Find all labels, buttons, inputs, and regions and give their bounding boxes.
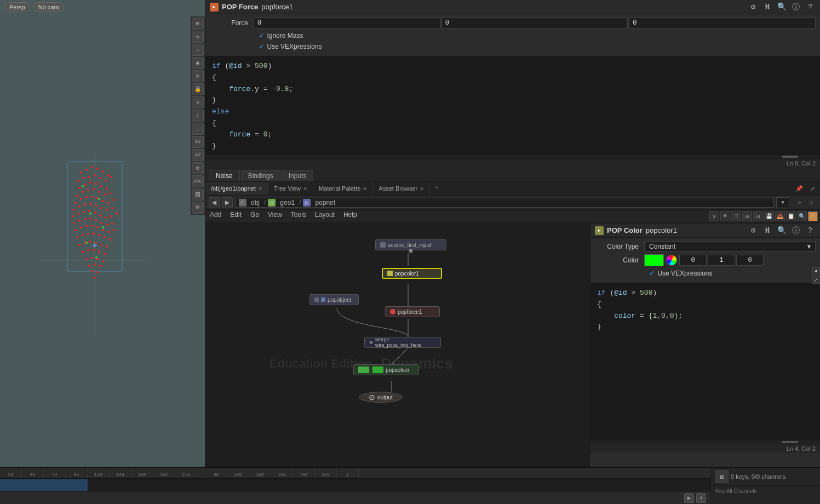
- net-tool3[interactable]: □: [731, 211, 741, 221]
- tool-num42[interactable]: 42: [192, 149, 204, 161]
- persp-dropdown[interactable]: Persp: [4, 2, 30, 12]
- question-icon[interactable]: ?: [805, 2, 816, 13]
- color-r-input[interactable]: [679, 255, 707, 266]
- tool-abc[interactable]: abc: [192, 175, 204, 187]
- menu-layout[interactable]: Layout: [311, 210, 339, 222]
- network-wrapper: /obj/geo1/popnet ✕ Tree View ✕ Material …: [205, 182, 820, 504]
- pop-color-settings-icon[interactable]: ⚙: [748, 225, 759, 236]
- color-use-vex-check[interactable]: ✓: [650, 268, 654, 278]
- btab-asset-close[interactable]: ✕: [420, 186, 424, 192]
- node-wire-pops[interactable]: ⊕ Mergewire_pops_into_here: [364, 337, 441, 348]
- btab-popnet-close[interactable]: ✕: [258, 186, 262, 192]
- net-tool2[interactable]: ≡: [720, 211, 730, 221]
- tool-img[interactable]: 🖼: [192, 188, 204, 201]
- tool-eye[interactable]: 👁: [192, 202, 204, 214]
- tool-grid[interactable]: ⊞: [192, 18, 204, 30]
- node-popobject[interactable]: popobject: [309, 294, 359, 305]
- net-tool5[interactable]: ⊟: [753, 211, 763, 221]
- tool-arrow[interactable]: ↑: [192, 110, 204, 122]
- tool-dots[interactable]: …: [192, 123, 204, 135]
- tab-noise[interactable]: Noise: [209, 170, 240, 181]
- help-h-icon[interactable]: H: [762, 2, 773, 13]
- net-tool10[interactable]: ⟳: [808, 211, 818, 221]
- menu-edit[interactable]: Edit: [226, 210, 246, 222]
- timeline-ctrl-1[interactable]: ▶: [684, 493, 694, 503]
- cam-dropdown[interactable]: No cam: [33, 2, 64, 12]
- net-tool4[interactable]: ⊞: [742, 211, 752, 221]
- add-tab-btn[interactable]: +: [430, 182, 443, 195]
- info-icon[interactable]: ⓘ: [790, 2, 801, 13]
- vex-scroll-up[interactable]: ▲: [812, 267, 820, 275]
- btab-materialpalette[interactable]: Material Palette ✕: [313, 182, 373, 195]
- pop-color-vex-editor[interactable]: if (@id > 500) { color = {1,0,0}; }: [590, 283, 820, 440]
- node-popforce1[interactable]: popforce1: [385, 306, 440, 317]
- tool-x[interactable]: ✕: [192, 96, 204, 108]
- search-icon[interactable]: 🔍: [776, 2, 787, 13]
- timeline-track[interactable]: [0, 479, 710, 491]
- node-popcolor1[interactable]: popcolor1: [382, 268, 442, 279]
- pop-color-search-icon[interactable]: 🔍: [776, 225, 787, 236]
- tool-orbit[interactable]: ↻: [192, 31, 204, 43]
- path-dropdown[interactable]: ▾: [776, 197, 789, 208]
- node-output[interactable]: ⊙ output: [359, 392, 403, 403]
- nav-back-btn[interactable]: ◀: [209, 197, 220, 208]
- tool-lock[interactable]: 🔒: [192, 83, 204, 95]
- btab-popnet[interactable]: /obj/geo1/popnet ✕: [205, 182, 268, 195]
- vex-editor[interactable]: if (@id > 500) { force.y = -9.8; } else …: [205, 56, 820, 155]
- menu-go[interactable]: Go: [246, 210, 263, 222]
- tool-view1[interactable]: ○: [192, 44, 204, 56]
- timeline-ctrl-2[interactable]: ⬆: [696, 493, 706, 503]
- net-tool1[interactable]: ✕: [709, 211, 719, 221]
- force-z-input[interactable]: [629, 18, 816, 28]
- net-tool6[interactable]: 💾: [764, 211, 774, 221]
- key-all-channels[interactable]: Key All Channels: [711, 486, 820, 496]
- net-expand-icon[interactable]: ⤢: [807, 183, 818, 194]
- btab-assetbrowser[interactable]: Asset Browser ✕: [373, 182, 430, 195]
- color-type-select[interactable]: Constant ▾: [644, 241, 816, 252]
- net-goto-icon[interactable]: ↗: [794, 197, 805, 208]
- force-x-input[interactable]: [254, 18, 440, 28]
- menu-tools[interactable]: Tools: [286, 210, 311, 222]
- path-obj[interactable]: obj: [249, 199, 262, 207]
- node-canvas[interactable]: Education Edition Dynamics: [205, 223, 590, 504]
- channel-icon[interactable]: ⊞: [715, 470, 729, 483]
- menu-help[interactable]: Help: [339, 210, 362, 222]
- pop-color-q-icon[interactable]: ?: [805, 225, 816, 236]
- svg-point-55: [78, 220, 81, 222]
- pop-color-info-icon[interactable]: ⓘ: [790, 225, 801, 236]
- path-popnet[interactable]: popnet: [313, 199, 337, 207]
- vex-scroll-expand[interactable]: ⤢: [812, 276, 820, 284]
- net-tool9[interactable]: 🔍: [797, 211, 807, 221]
- color-picker-circle[interactable]: [666, 255, 677, 266]
- color-g-input[interactable]: [708, 255, 735, 266]
- color-vex-scrollbar[interactable]: [590, 440, 820, 444]
- settings-icon[interactable]: ⚙: [748, 2, 759, 13]
- svg-point-68: [107, 231, 110, 233]
- node-popsolver[interactable]: popsolver: [353, 364, 419, 375]
- node-source-first-input[interactable]: source_first_input: [375, 239, 446, 250]
- menu-add[interactable]: Add: [205, 210, 226, 222]
- force-y-input[interactable]: [441, 18, 628, 28]
- color-swatch[interactable]: [644, 254, 664, 266]
- net-tool8[interactable]: 📋: [786, 211, 796, 221]
- use-vex-check[interactable]: ✓: [259, 42, 263, 51]
- ignore-mass-check[interactable]: ✓: [259, 31, 263, 40]
- btab-treeview[interactable]: Tree View ✕: [268, 182, 313, 195]
- tool-move[interactable]: ⊕: [192, 162, 204, 174]
- tab-inputs[interactable]: Inputs: [282, 170, 314, 181]
- btab-material-close[interactable]: ✕: [363, 186, 367, 192]
- vex-scrollbar[interactable]: [205, 155, 820, 158]
- path-geo1[interactable]: geo1: [278, 199, 297, 207]
- net-home-icon[interactable]: ⌂: [806, 197, 817, 208]
- btab-treeview-close[interactable]: ✕: [303, 186, 307, 192]
- color-b-input[interactable]: [736, 255, 764, 266]
- menu-view[interactable]: View: [263, 210, 286, 222]
- tool-num12[interactable]: 12: [192, 136, 204, 148]
- net-tool7[interactable]: 📤: [775, 211, 785, 221]
- net-pin-icon[interactable]: 📌: [794, 183, 805, 194]
- nav-fwd-btn[interactable]: ▶: [222, 197, 233, 208]
- pop-color-h-icon[interactable]: H: [762, 225, 773, 236]
- tab-bindings[interactable]: Bindings: [241, 170, 280, 181]
- tool-view2[interactable]: ◉: [192, 57, 204, 69]
- tool-view3[interactable]: ⊙: [192, 70, 204, 82]
